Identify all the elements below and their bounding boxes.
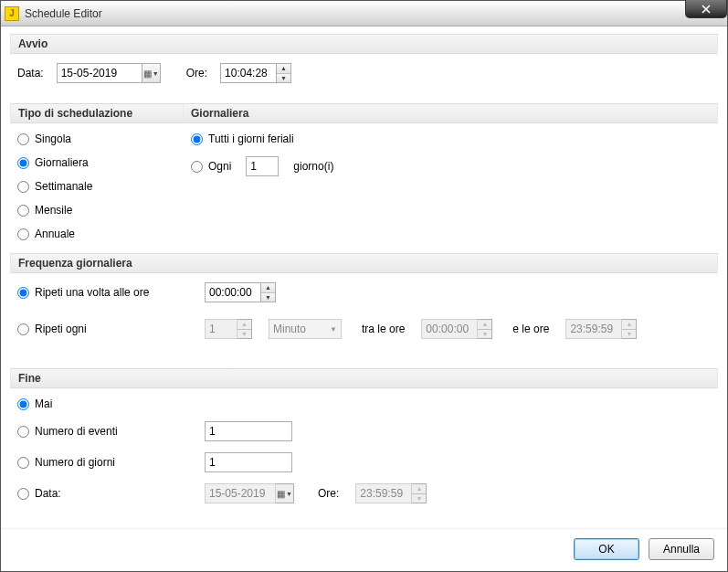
ripeti-una-volta-spinner[interactable]: ▲ ▼ <box>261 282 276 302</box>
label-singola[interactable]: Singola <box>35 132 71 145</box>
tra-time-input <box>421 319 478 339</box>
avvio-data-input[interactable] <box>57 63 142 83</box>
fine-ore-input <box>355 483 412 503</box>
ogni-value-input[interactable] <box>246 156 279 176</box>
spinner-up-icon[interactable]: ▲ <box>261 283 275 293</box>
label-ogni-suffix: giorno(i) <box>293 160 333 173</box>
section-header-giornaliera: Giornaliera <box>184 103 718 123</box>
label-giornaliera[interactable]: Giornaliera <box>35 156 89 169</box>
e-time-input <box>565 319 622 339</box>
chevron-down-icon: ▼ <box>286 491 292 497</box>
label-ogni[interactable]: Ogni <box>208 160 231 173</box>
avvio-ore-input[interactable] <box>220 63 277 83</box>
ripeti-ogni-unit-select: Minuto ▼ <box>269 319 342 339</box>
label-numero-giorni[interactable]: Numero di giorni <box>35 456 199 469</box>
section-header-tipo: Tipo di schedulazione <box>10 103 184 123</box>
numero-eventi-input[interactable] <box>205 421 292 441</box>
window-title: Schedule Editor <box>25 7 102 20</box>
fine-ore-spinner: ▲ ▼ <box>412 483 427 503</box>
avvio-ore-label: Ore: <box>186 67 207 79</box>
spinner-up-icon: ▲ <box>622 320 636 330</box>
chevron-down-icon: ▼ <box>153 70 159 77</box>
spinner-down-icon[interactable]: ▼ <box>277 74 290 83</box>
calendar-icon: ▦ <box>143 69 152 79</box>
fine-ore-label: Ore: <box>318 487 339 500</box>
radio-ripeti-una-volta[interactable] <box>17 287 29 299</box>
radio-settimanale[interactable] <box>17 181 29 193</box>
spinner-up-icon: ▲ <box>412 484 426 494</box>
spinner-down-icon: ▼ <box>478 330 491 339</box>
app-icon: J <box>5 6 19 21</box>
avvio-ore-spinner[interactable]: ▲ ▼ <box>277 63 291 83</box>
spinner-down-icon: ▼ <box>237 330 251 339</box>
tra-time-spinner: ▲ ▼ <box>478 319 492 339</box>
label-tutti-feriali[interactable]: Tutti i giorni feriali <box>208 132 294 145</box>
radio-numero-giorni[interactable] <box>17 457 29 469</box>
ripeti-ogni-unit-text: Minuto <box>273 323 306 335</box>
section-header-frequenza: Frequenza giornaliera <box>10 253 718 273</box>
radio-giornaliera[interactable] <box>17 157 29 169</box>
spinner-up-icon: ▲ <box>478 320 491 330</box>
close-icon <box>702 5 711 14</box>
spinner-down-icon: ▼ <box>622 330 636 339</box>
ok-button[interactable]: OK <box>574 538 639 560</box>
titlebar: J Schedule Editor <box>1 1 727 26</box>
calendar-icon: ▦ <box>277 489 285 499</box>
label-ripeti-una-volta[interactable]: Ripeti una volta alle ore <box>35 286 199 299</box>
close-button[interactable] <box>685 0 727 18</box>
e-time-spinner: ▲ ▼ <box>622 319 637 339</box>
radio-mai[interactable] <box>17 398 29 410</box>
footer: OK Annulla <box>1 528 727 571</box>
label-mensile[interactable]: Mensile <box>35 204 72 217</box>
ripeti-ogni-value <box>205 319 237 339</box>
radio-ripeti-ogni[interactable] <box>17 323 29 335</box>
spinner-down-icon[interactable]: ▼ <box>261 293 275 302</box>
label-mai[interactable]: Mai <box>35 397 52 410</box>
spinner-down-icon: ▼ <box>412 494 426 503</box>
radio-mensile[interactable] <box>17 205 29 217</box>
spinner-up-icon: ▲ <box>237 320 251 330</box>
label-numero-eventi[interactable]: Numero di eventi <box>35 425 199 438</box>
section-header-fine: Fine <box>10 368 718 388</box>
spinner-up-icon[interactable]: ▲ <box>277 64 290 74</box>
avvio-data-label: Data: <box>17 67 44 79</box>
chevron-down-icon: ▼ <box>330 325 337 334</box>
radio-annuale[interactable] <box>17 228 29 240</box>
radio-numero-eventi[interactable] <box>17 426 29 438</box>
ripeti-ogni-spinner: ▲ ▼ <box>237 319 252 339</box>
label-settimanale[interactable]: Settimanale <box>35 180 92 193</box>
fine-data-input <box>205 483 276 503</box>
section-header-avvio: Avvio <box>10 34 718 54</box>
fine-data-picker: ▦▼ <box>276 483 294 503</box>
radio-fine-data[interactable] <box>17 488 29 500</box>
numero-giorni-input[interactable] <box>205 452 292 472</box>
label-e-le-ore: e le ore <box>512 323 549 335</box>
radio-tutti-feriali[interactable] <box>191 133 203 145</box>
label-tra-le-ore: tra le ore <box>362 323 405 335</box>
radio-singola[interactable] <box>17 133 29 145</box>
label-ripeti-ogni[interactable]: Ripeti ogni <box>35 323 199 335</box>
radio-ogni[interactable] <box>191 161 203 173</box>
label-fine-data[interactable]: Data: <box>35 487 199 500</box>
cancel-button[interactable]: Annulla <box>649 538 714 560</box>
label-annuale[interactable]: Annuale <box>35 228 75 240</box>
ripeti-una-volta-time[interactable] <box>205 282 261 302</box>
avvio-data-picker[interactable]: ▦▼ <box>142 63 161 83</box>
